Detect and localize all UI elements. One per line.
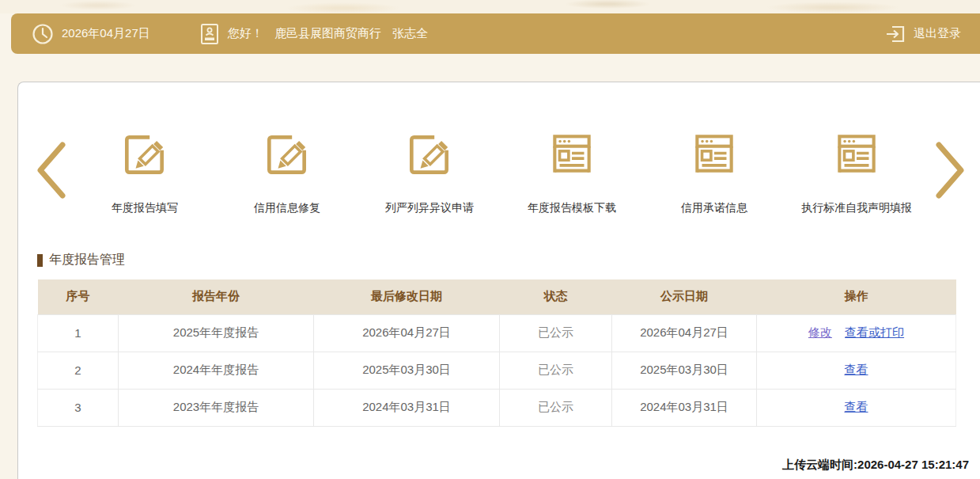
cell-published: 2024年03月31日 bbox=[612, 389, 757, 426]
shortcut-label: 执行标准自我声明填报 bbox=[801, 201, 912, 215]
cell-published: 2025年03月30日 bbox=[612, 352, 757, 389]
main-card: 年度报告填写 信用信息修复 bbox=[17, 82, 980, 479]
cell-modified: 2026年04月27日 bbox=[314, 314, 500, 352]
cell-actions: 修改 查看或打印 bbox=[757, 314, 956, 352]
col-header-modified: 最后修改日期 bbox=[314, 279, 500, 314]
annual-report-table: 序号 报告年份 最后修改日期 状态 公示日期 操作 1 2025年年度报告 20… bbox=[37, 279, 956, 427]
cell-published: 2026年04月27日 bbox=[612, 314, 757, 352]
cell-year: 2023年年度报告 bbox=[119, 389, 314, 426]
greeting-text: 您好！ 鹿邑县展图商贸商行 张志全 bbox=[228, 26, 436, 41]
cell-status: 已公示 bbox=[500, 314, 612, 352]
shortcut-standard-declaration[interactable]: 执行标准自我声明填报 bbox=[797, 128, 916, 215]
upload-time-text: 上传云端时间:2026-04-27 15:21:47 bbox=[782, 458, 969, 473]
shortcut-label: 信用信息修复 bbox=[254, 201, 320, 215]
col-header-no: 序号 bbox=[38, 279, 119, 314]
cell-modified: 2025年03月30日 bbox=[314, 352, 500, 389]
shortcut-objection-apply[interactable]: 列严列异异议申请 bbox=[370, 128, 489, 215]
page-top-texture bbox=[0, 0, 980, 13]
cell-status: 已公示 bbox=[500, 352, 612, 389]
logout-label: 退出登录 bbox=[914, 26, 961, 41]
greeting-prefix: 您好！ bbox=[228, 26, 263, 40]
company-name: 鹿邑县展图商贸商行 bbox=[274, 26, 381, 40]
shortcut-template-download[interactable]: 年度报告模板下载 bbox=[513, 128, 631, 215]
shortcut-annual-report-fill[interactable]: 年度报告填写 bbox=[85, 128, 204, 215]
cell-year: 2025年年度报告 bbox=[119, 314, 314, 352]
webpage-template-icon bbox=[688, 128, 740, 184]
col-header-actions: 操作 bbox=[757, 279, 956, 314]
view-link[interactable]: 查看 bbox=[845, 400, 868, 413]
title-bullet bbox=[37, 254, 43, 267]
shortcut-label: 列严列异异议申请 bbox=[385, 201, 474, 215]
cell-actions: 查看 bbox=[757, 352, 956, 389]
logout-icon bbox=[884, 23, 906, 45]
clock-icon bbox=[32, 23, 54, 45]
shortcut-label: 信用承诺信息 bbox=[681, 201, 747, 215]
table-row: 1 2025年年度报告 2026年04月27日 已公示 2026年04月27日 … bbox=[38, 314, 956, 352]
webpage-template-icon bbox=[546, 128, 598, 184]
user-name: 张志全 bbox=[392, 26, 428, 40]
shortcut-credit-commitment[interactable]: 信用承诺信息 bbox=[655, 128, 774, 215]
top-bar: 2026年04月27日 您好！ 鹿邑县展图商贸商行 张志全 退出登录 bbox=[11, 13, 980, 54]
shortcut-credit-repair[interactable]: 信用信息修复 bbox=[228, 128, 346, 215]
edit-pencil-icon bbox=[403, 128, 456, 184]
greeting-group: 您好！ 鹿邑县展图商贸商行 张志全 bbox=[199, 22, 436, 46]
section-title-text: 年度报告管理 bbox=[49, 252, 125, 268]
table-row: 2 2024年年度报告 2025年03月30日 已公示 2025年03月30日 … bbox=[38, 352, 956, 389]
current-date: 2026年04月27日 bbox=[62, 26, 150, 41]
logout-button[interactable]: 退出登录 bbox=[884, 23, 961, 45]
shortcut-label: 年度报告模板下载 bbox=[528, 201, 616, 215]
shortcut-label: 年度报告填写 bbox=[112, 201, 178, 215]
modify-link[interactable]: 修改 bbox=[808, 325, 832, 339]
view-or-print-link[interactable]: 查看或打印 bbox=[845, 325, 904, 339]
id-badge-icon bbox=[199, 22, 220, 46]
cell-year: 2024年年度报告 bbox=[119, 352, 314, 389]
view-link[interactable]: 查看 bbox=[845, 363, 868, 376]
cell-no: 2 bbox=[38, 352, 119, 389]
table-header-row: 序号 报告年份 最后修改日期 状态 公示日期 操作 bbox=[38, 279, 956, 314]
edit-pencil-icon bbox=[119, 128, 171, 184]
webpage-template-icon bbox=[831, 128, 883, 184]
chevron-left-icon[interactable] bbox=[29, 140, 74, 203]
cell-no: 3 bbox=[38, 389, 119, 426]
section-title: 年度报告管理 bbox=[37, 252, 980, 268]
cell-no: 1 bbox=[38, 314, 119, 352]
col-header-published: 公示日期 bbox=[612, 279, 757, 314]
cell-status: 已公示 bbox=[500, 389, 612, 426]
col-header-status: 状态 bbox=[500, 279, 612, 314]
edit-pencil-icon bbox=[261, 128, 313, 184]
cell-actions: 查看 bbox=[757, 389, 956, 426]
cell-modified: 2024年03月31日 bbox=[314, 389, 500, 426]
chevron-right-icon[interactable] bbox=[928, 140, 972, 203]
table-row: 3 2023年年度报告 2024年03月31日 已公示 2024年03月31日 … bbox=[38, 389, 956, 426]
date-group: 2026年04月27日 bbox=[32, 23, 150, 45]
col-header-year: 报告年份 bbox=[119, 279, 314, 314]
shortcut-carousel: 年度报告填写 信用信息修复 bbox=[18, 82, 980, 215]
carousel-items: 年度报告填写 信用信息修复 bbox=[74, 128, 928, 215]
